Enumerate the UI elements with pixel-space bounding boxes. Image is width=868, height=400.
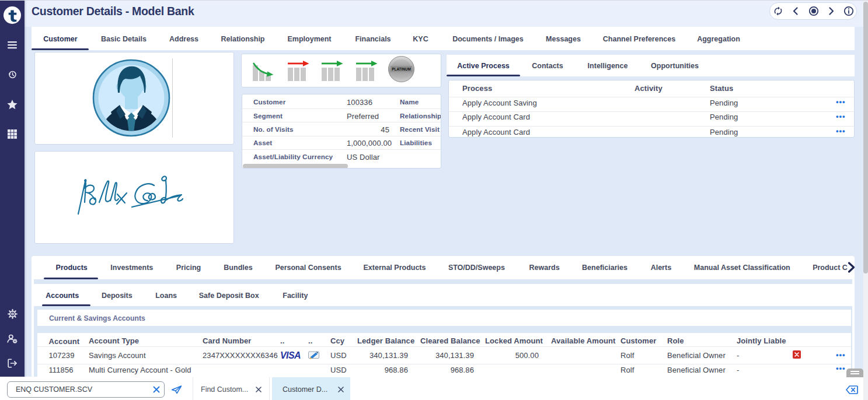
svg-text:PLATINUM: PLATINUM [392,67,411,71]
